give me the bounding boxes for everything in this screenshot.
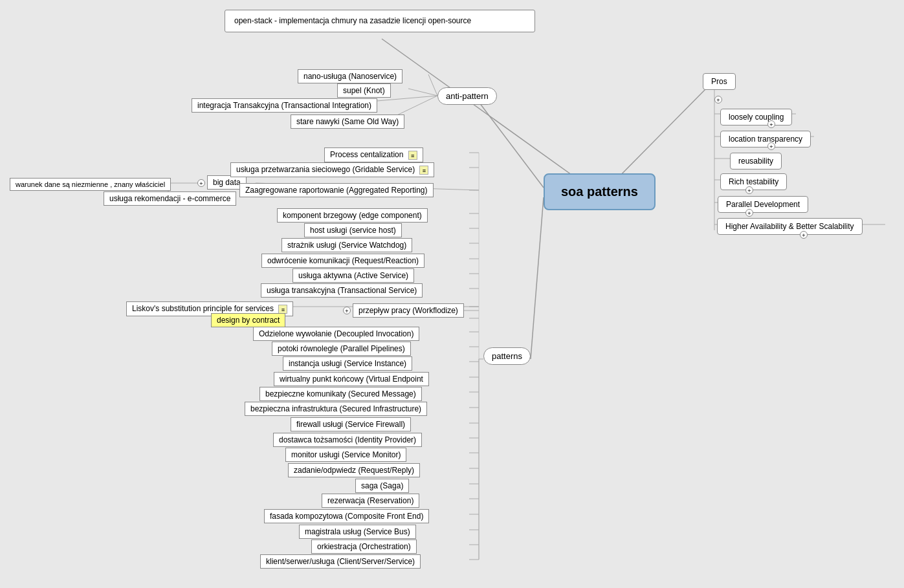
svg-line-4 bbox=[428, 74, 437, 96]
pattern-item-8: usługa transakcyjna (Transactional Servi… bbox=[261, 283, 423, 298]
pattern-item-18: monitor usługi (Service Monitor) bbox=[285, 448, 406, 462]
pattern-item-25: klient/serwer/usługa (Client/Server/Serv… bbox=[260, 554, 421, 569]
patterns-node: patterns bbox=[483, 347, 531, 365]
pattern-item-24: orkiestracja (Orchestration) bbox=[311, 539, 417, 554]
pattern-item-9: przepływ pracy (Workflodize) bbox=[353, 303, 464, 318]
pattern-item-3: komponent brzegowy (edge component) bbox=[277, 208, 428, 223]
patterns-label: patterns bbox=[492, 351, 522, 361]
pros-item-5: Higher Availability & Better Scalability bbox=[717, 218, 863, 235]
pattern-item-12: instancja usługi (Service Instance) bbox=[283, 356, 412, 371]
pros-label: Pros bbox=[711, 77, 727, 86]
center-node: soa patterns bbox=[544, 173, 656, 210]
pros-item-3: Rich testability bbox=[720, 173, 787, 190]
bigdata-expand[interactable]: + bbox=[197, 179, 205, 187]
svg-line-5 bbox=[408, 89, 437, 96]
pros-item-2: reusability bbox=[730, 153, 782, 169]
pattern-item-4: host usługi (service host) bbox=[304, 223, 402, 237]
note-icon-0: ≡ bbox=[408, 151, 417, 160]
anti-pattern-label: anti-pattern bbox=[446, 91, 489, 101]
antipattern-item-1: supel (Knot) bbox=[337, 83, 391, 98]
anti-pattern-node: anti-pattern bbox=[437, 87, 497, 105]
pattern-item-17: dostawca tożsamości (Identity Provider) bbox=[273, 433, 422, 447]
pattern-item-21: rezerwacja (Reservation) bbox=[322, 494, 419, 508]
ecommerce-label: usługa rekomendacji - e-commerce bbox=[104, 191, 236, 206]
pattern-item-6: odwrócenie komunikacji (Request/Reaction… bbox=[261, 254, 424, 268]
pros-item-0: loosely coupling bbox=[720, 109, 792, 125]
pattern-item-7: usługa aktywna (Active Service) bbox=[292, 268, 414, 283]
antipattern-item-3: stare nawyki (Same Old Way) bbox=[291, 114, 404, 129]
parallel-expand[interactable]: + bbox=[745, 209, 753, 217]
higher-expand[interactable]: + bbox=[800, 231, 808, 239]
location-expand[interactable]: + bbox=[767, 142, 775, 150]
big-data-condition: warunek dane są niezmienne , znany właśc… bbox=[10, 178, 171, 191]
note-icon-liskov: ≡ bbox=[278, 305, 287, 314]
pros-node: Pros bbox=[703, 73, 736, 90]
rich-expand[interactable]: + bbox=[745, 186, 753, 194]
pattern-item-13: wirtualny punkt końcowy (Virtual Endpoin… bbox=[274, 372, 429, 386]
pattern-item-14: bezpieczne komunikaty (Secured Message) bbox=[259, 387, 422, 401]
loosely-expand[interactable]: + bbox=[767, 120, 775, 128]
pattern-item-20: saga (Saga) bbox=[355, 479, 409, 493]
pros-item-1: location transparency bbox=[720, 131, 811, 147]
openstack-text: open-stack - implementacja chmury na zas… bbox=[234, 16, 471, 25]
pattern-item-16: firewall usługi (Service Firewall) bbox=[291, 417, 411, 431]
design-by-contract-node: design by contract bbox=[211, 313, 285, 327]
note-icon-1: ≡ bbox=[419, 166, 428, 175]
pattern-item-5: strażnik usługi (Service Watchdog) bbox=[281, 238, 412, 252]
openstack-node: open-stack - implementacja chmury na zas… bbox=[225, 10, 535, 32]
pattern-item-1: usługa przetwarzania sieciowego (Gridabl… bbox=[230, 162, 434, 177]
svg-line-1 bbox=[478, 100, 544, 188]
antipattern-item-0: nano-usługa (Nanoservice) bbox=[298, 69, 402, 83]
center-label: soa patterns bbox=[561, 184, 638, 199]
pattern-item-23: magistrala usług (Service Bus) bbox=[299, 525, 416, 539]
antipattern-item-2: integracja Transakcyjna (Transactional I… bbox=[192, 98, 377, 113]
pattern-item-10: Odzielone wywołanie (Decoupled Invocatio… bbox=[253, 327, 419, 341]
svg-line-2 bbox=[531, 197, 544, 359]
pattern-item-19: zadanie/odpwiedz (Request/Reply) bbox=[288, 463, 420, 477]
svg-line-3 bbox=[608, 84, 711, 188]
pattern-item-15: bezpieczna infrastruktura (Secured Infra… bbox=[245, 402, 427, 416]
pattern-item-22: fasada kompozytowa (Composite Front End) bbox=[264, 509, 429, 523]
pattern-item-0: Process centalization ≡ bbox=[324, 147, 423, 162]
pros-item-4: Parallel Development bbox=[718, 196, 808, 213]
pros-expand-icon[interactable]: + bbox=[714, 96, 722, 103]
workflow-expand[interactable]: + bbox=[343, 307, 351, 314]
mind-map: open-stack - implementacja chmury na zas… bbox=[0, 0, 904, 588]
pattern-item-11: potoki równolegle (Parallel Pipelines) bbox=[272, 342, 411, 356]
pattern-item-2: Zaagregowane raportowanie (Aggregated Re… bbox=[239, 183, 434, 197]
